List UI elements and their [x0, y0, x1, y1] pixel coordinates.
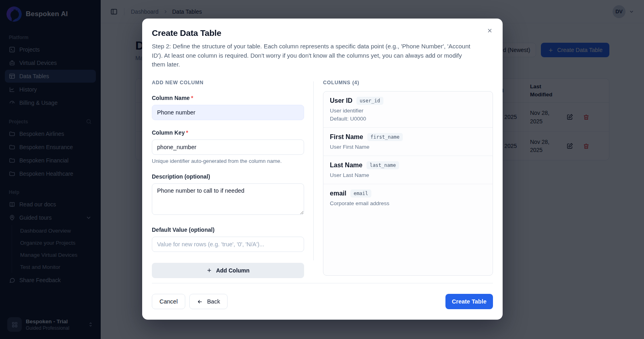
column-key-input[interactable] — [152, 139, 304, 155]
column-key-badge: user_id — [356, 97, 383, 105]
cancel-button[interactable]: Cancel — [152, 294, 185, 309]
back-label: Back — [207, 298, 220, 305]
modal-description: Step 2: Define the structure of your tab… — [152, 42, 493, 69]
column-description: User identifier — [330, 108, 486, 114]
column-description: User First Name — [330, 144, 486, 150]
divider — [313, 81, 314, 261]
column-key-helper: Unique identifier auto-generated from th… — [152, 158, 304, 164]
create-data-table-modal: Create Data Table Step 2: Define the str… — [142, 19, 503, 320]
description-label: Description (optional) — [152, 173, 210, 180]
column-name: email — [330, 190, 346, 197]
divider — [152, 283, 493, 283]
column-item[interactable]: First Name first_name User First Name — [323, 127, 493, 156]
default-value-input[interactable] — [152, 237, 304, 252]
column-item[interactable]: Last Name last_name User Last Name — [323, 156, 493, 184]
arrow-left-icon — [197, 299, 203, 305]
required-asterisk: * — [191, 95, 193, 101]
required-asterisk: * — [186, 129, 188, 136]
column-key-badge: last_name — [367, 161, 399, 169]
modal-title: Create Data Table — [152, 28, 493, 38]
column-item[interactable]: email email Corporate email address — [323, 184, 493, 212]
add-column-button[interactable]: Add Column — [152, 263, 304, 278]
column-default: Default: U0000 — [330, 116, 486, 122]
column-name: Last Name — [330, 162, 362, 169]
close-button[interactable] — [484, 25, 495, 36]
column-name-label: Column Name* — [152, 95, 193, 101]
add-column-label: Add Column — [216, 267, 249, 274]
back-button[interactable]: Back — [189, 294, 228, 309]
create-table-button[interactable]: Create Table — [445, 294, 493, 309]
add-new-column-pane: ADD NEW COLUMN Column Name* Column Key* … — [152, 80, 304, 277]
columns-pane: COLUMNS (4) User ID user_id User identif… — [323, 80, 493, 277]
column-key-badge: email — [350, 189, 371, 198]
close-icon — [487, 27, 493, 34]
description-textarea[interactable]: Phone number to call to if needed — [152, 183, 304, 215]
plus-icon — [206, 267, 212, 273]
add-new-column-heading: ADD NEW COLUMN — [152, 80, 304, 85]
column-key-label: Column Key* — [152, 129, 188, 136]
column-description: Corporate email address — [330, 200, 486, 206]
columns-list[interactable]: User ID user_id User identifier Default:… — [323, 91, 493, 276]
modal-footer: Cancel Back Create Table — [152, 277, 493, 309]
column-name-input[interactable] — [152, 105, 304, 120]
column-key-badge: first_name — [367, 133, 403, 141]
columns-heading: COLUMNS (4) — [323, 80, 493, 85]
default-value-label: Default Value (optional) — [152, 227, 215, 233]
column-name: First Name — [330, 133, 363, 141]
column-name: User ID — [330, 97, 352, 104]
column-item[interactable]: User ID user_id User identifier Default:… — [323, 92, 493, 127]
column-description: User Last Name — [330, 172, 486, 178]
